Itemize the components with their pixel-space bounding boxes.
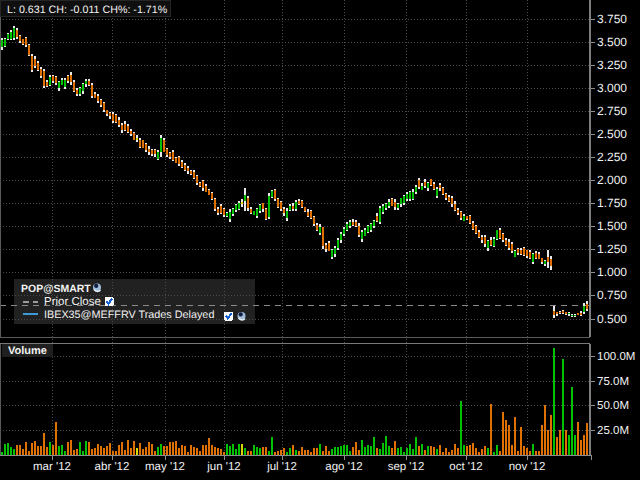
svg-text:may '12: may '12	[145, 461, 185, 473]
svg-text:L: 0.631 CH: -0.011 CH%: -1.71: L: 0.631 CH: -0.011 CH%: -1.71%	[7, 4, 168, 16]
svg-text:1.250: 1.250	[597, 242, 627, 256]
svg-text:sep '12: sep '12	[388, 461, 425, 473]
svg-text:1.750: 1.750	[597, 196, 627, 210]
svg-text:100.0M: 100.0M	[597, 351, 635, 363]
svg-text:3.250: 3.250	[597, 58, 627, 72]
svg-text:mar '12: mar '12	[33, 461, 71, 473]
svg-text:1.500: 1.500	[597, 219, 627, 233]
svg-text:2.500: 2.500	[597, 127, 627, 141]
svg-text:Prior Close: Prior Close	[44, 296, 101, 308]
svg-text:abr '12: abr '12	[95, 461, 130, 473]
svg-text:50.0M: 50.0M	[597, 400, 629, 412]
svg-text:25.0M: 25.0M	[597, 425, 629, 437]
svg-text:3.500: 3.500	[597, 35, 627, 49]
svg-text:oct '12: oct '12	[449, 461, 483, 473]
svg-text:3.000: 3.000	[597, 81, 627, 95]
svg-text:jul '12: jul '12	[266, 461, 297, 473]
svg-text:1.000: 1.000	[597, 265, 627, 279]
svg-text:nov '12: nov '12	[509, 461, 546, 473]
svg-text:0.750: 0.750	[597, 288, 627, 302]
svg-text:POP@SMART: POP@SMART	[21, 283, 91, 295]
svg-text:IBEX35@MEFFRV Trades Delayed: IBEX35@MEFFRV Trades Delayed	[44, 309, 214, 321]
svg-text:75.0M: 75.0M	[597, 376, 629, 388]
svg-text:3.750: 3.750	[597, 12, 627, 26]
svg-text:2.250: 2.250	[597, 150, 627, 164]
svg-text:Volume: Volume	[8, 345, 47, 357]
svg-text:2.750: 2.750	[597, 104, 627, 118]
svg-text:ago '12: ago '12	[325, 461, 362, 473]
svg-text:jun '12: jun '12	[206, 461, 241, 473]
svg-text:2.000: 2.000	[597, 173, 627, 187]
svg-text:0.500: 0.500	[597, 312, 627, 326]
